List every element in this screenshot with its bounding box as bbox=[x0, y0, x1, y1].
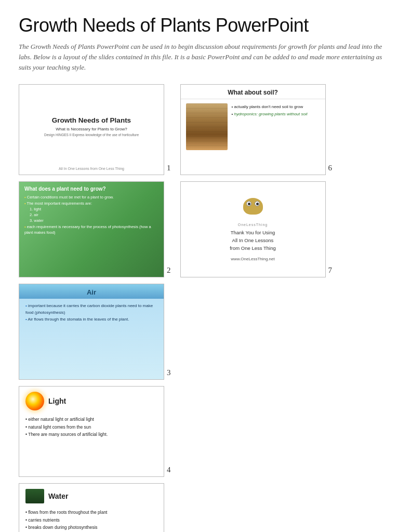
slide-2-bullet-3: each requirement is necessary for the pr… bbox=[24, 224, 158, 236]
slide-3-wrapper: Air important because it carries the car… bbox=[19, 284, 171, 380]
slide-1-subtitle: What is Necessary for Plants to Grow? bbox=[56, 127, 127, 131]
slide-5-bullet-3: breaks down during photosynthesis bbox=[25, 524, 157, 531]
slide-number-4: 4 bbox=[167, 466, 171, 474]
slide-4-bullet-3: There are many sources of artificial lig… bbox=[25, 431, 157, 438]
slide-5-water-icon bbox=[25, 489, 44, 503]
slide-2: What does a plant need to grow? Certain … bbox=[19, 181, 164, 277]
slide-2-sub: 1. light 2. air 3. water bbox=[24, 206, 158, 224]
slide-5-bullets: flows from the roots throughout the plan… bbox=[25, 509, 157, 532]
slide-2-bullet-1: Certain conditions must be met for a pla… bbox=[24, 194, 158, 200]
slide-row-4: Light either natural light or artificial… bbox=[19, 386, 392, 477]
slide-row-5: Water flows from the roots throughout th… bbox=[19, 483, 392, 532]
slide-6-bullet-2: hydroponics: growing plants without soil bbox=[232, 111, 308, 117]
page-description: The Growth Needs of Plants PowerPoint ca… bbox=[19, 42, 382, 73]
slide-1-source: Design HINGES II Express knowledge of th… bbox=[44, 133, 139, 137]
slide-number-3: 3 bbox=[167, 368, 171, 377]
slide-4-bullet-1: either natural light or artificial light bbox=[25, 416, 157, 423]
slide-row-1: Growth Needs of Plants What is Necessary… bbox=[19, 84, 392, 175]
slide-6-wrapper: What about soil? actually plants don't n… bbox=[180, 84, 333, 175]
slide-3-title: Air bbox=[19, 288, 164, 296]
slide-3-bullets: important because it carries the carbon … bbox=[25, 303, 157, 323]
owl-eye-right bbox=[255, 201, 260, 206]
slide-row-3: Air important because it carries the car… bbox=[19, 284, 392, 380]
slide-2-bullet-2: The most important requirements are: bbox=[24, 201, 158, 206]
slide-3-bullet-1: important because it carries the carbon … bbox=[25, 303, 157, 316]
slide-4-light-icon bbox=[25, 392, 44, 410]
slide-4-bullets: either natural light or artificial light… bbox=[25, 416, 157, 438]
slide-7-thank-you: Thank You for UsingAll In One Lessonsfro… bbox=[230, 229, 276, 252]
slide-number-2: 2 bbox=[167, 266, 171, 275]
slide-5: Water flows from the roots throughout th… bbox=[19, 483, 164, 532]
slide-7-brand: OneLessThing bbox=[238, 223, 268, 227]
slide-1-title: Growth Needs of Plants bbox=[52, 116, 131, 125]
slide-6: What about soil? actually plants don't n… bbox=[180, 84, 326, 175]
slide-number-6: 6 bbox=[328, 164, 333, 172]
slide-7-wrapper: OneLessThing Thank You for UsingAll In O… bbox=[180, 181, 333, 277]
slide-6-bullet-1: actually plants don't need soil to grow bbox=[232, 103, 308, 110]
slide-1-wrapper: Growth Needs of Plants What is Necessary… bbox=[19, 84, 171, 175]
slide-1-footer: All In One Lessons from One Less Thing bbox=[19, 167, 164, 170]
owl-eye-left bbox=[246, 201, 251, 206]
slide-row-2: What does a plant need to grow? Certain … bbox=[19, 181, 392, 277]
slide-7: OneLessThing Thank You for UsingAll In O… bbox=[180, 181, 326, 277]
slide-number-7: 7 bbox=[328, 266, 333, 275]
slide-6-title: What about soil? bbox=[186, 89, 320, 96]
slide-5-bullet-2: carries nutrients bbox=[25, 516, 157, 524]
slide-2-bullets: Certain conditions must be met for a pla… bbox=[24, 194, 158, 235]
slide-2-title: What does a plant need to grow? bbox=[24, 186, 158, 192]
slide-1: Growth Needs of Plants What is Necessary… bbox=[19, 84, 164, 175]
slide-7-owl-logo bbox=[240, 198, 266, 219]
slide-2-wrapper: What does a plant need to grow? Certain … bbox=[19, 181, 171, 277]
slide-4: Light either natural light or artificial… bbox=[19, 386, 164, 477]
slide-2-sub-3: 3. water bbox=[30, 218, 158, 223]
slide-2-sub-2: 2. air bbox=[30, 212, 158, 218]
slide-7-url: www.OneLessThing.net bbox=[231, 257, 275, 261]
slide-4-wrapper: Light either natural light or artificial… bbox=[19, 386, 171, 477]
slide-3: Air important because it carries the car… bbox=[19, 284, 164, 380]
slide-4-title: Light bbox=[48, 397, 66, 405]
slide-2-sub-1: 1. light bbox=[30, 206, 158, 212]
page-title: Growth Needs of Plants PowerPoint bbox=[19, 15, 392, 36]
slide-3-bullet-2: Air flows through the stomata in the lea… bbox=[25, 316, 157, 323]
slide-5-wrapper: Water flows from the roots throughout th… bbox=[19, 483, 171, 532]
slide-6-bullets: actually plants don't need soil to grow … bbox=[232, 103, 308, 170]
slide-number-1: 1 bbox=[167, 164, 171, 172]
slide-6-soil-image bbox=[186, 103, 228, 150]
slide-5-title: Water bbox=[48, 492, 68, 500]
slide-5-bullet-1: flows from the roots throughout the plan… bbox=[25, 509, 157, 516]
slides-grid: Growth Needs of Plants What is Necessary… bbox=[19, 84, 392, 532]
slide-4-bullet-2: natural light comes from the sun bbox=[25, 423, 157, 431]
page: Growth Needs of Plants PowerPoint The Gr… bbox=[0, 0, 411, 532]
